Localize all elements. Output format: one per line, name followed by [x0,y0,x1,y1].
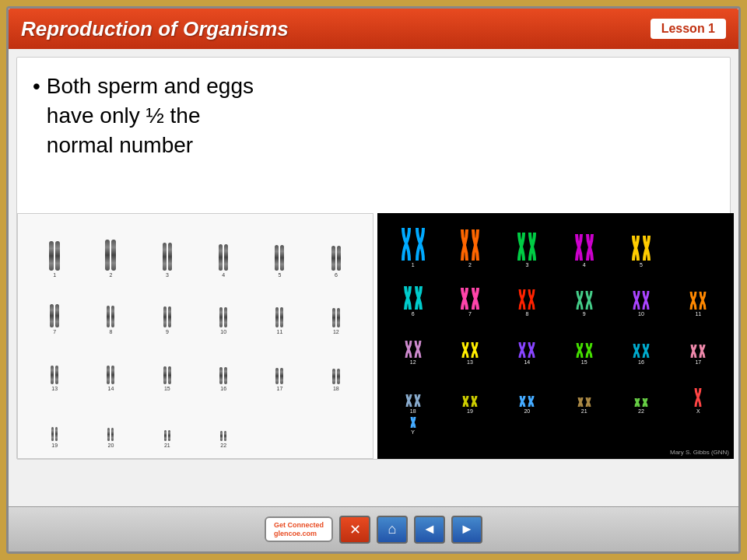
color-chrom-14: 14 [500,320,554,366]
bw-chromosome-grid: 1 2 [22,218,369,454]
chrom-cell-1: 1 [28,224,81,278]
content-area: • Both sperm and eggs have only ½ the no… [9,49,738,506]
color-chrom-2: 2 [443,222,496,268]
chrom-cell-15: 15 [141,338,194,391]
color-chrom-12: 12 [386,320,440,366]
color-chrom-21: 21 [557,368,611,414]
chrom-cell-10: 10 [197,281,250,334]
karyotype-color-image: 1 2 [377,213,734,459]
color-chrom-8: 8 [500,271,554,317]
bottom-toolbar: Get Connected glencoe.com ✕ ⌂ ◄ ► [9,506,738,551]
color-chrom-X: X [672,368,725,414]
home-button[interactable]: ⌂ [377,516,408,544]
color-chrom-22: 22 [614,368,668,414]
page-title: Reproduction of Organisms [21,17,289,41]
color-chrom-1: 1 [386,222,440,268]
chrom-cell-4: 4 [197,224,250,278]
color-chrom-11: 11 [672,271,725,317]
images-row: 1 2 [17,213,730,459]
chrom-cell-17: 17 [253,338,306,391]
color-chrom-13: 13 [443,320,496,366]
bullet-point: • Both sperm and eggs have only ½ the no… [33,72,258,159]
next-button[interactable]: ► [451,516,482,544]
chrom-cell-21: 21 [141,394,194,448]
chrom-cell-3: 3 [141,224,194,278]
color-chrom-6: 6 [386,271,440,317]
chrom-cell-19: 19 [28,394,81,448]
color-chrom-Y: Y [386,417,440,435]
logo-url-text: glencoe.com [274,530,324,538]
slide-area: • Both sperm and eggs have only ½ the no… [16,57,731,460]
color-chrom-17: 17 [672,320,725,366]
bullet-text-content: Both sperm and eggs have only ½ the norm… [47,72,258,159]
lesson-badge: Lesson 1 [651,19,726,39]
chrom-cell-9: 9 [141,281,194,334]
chrom-cell-12: 12 [310,281,363,334]
bullet-dot: • [33,72,40,101]
chrom-cell-2: 2 [84,224,137,278]
karyotype-bw-image: 1 2 [17,213,374,459]
color-chrom-4: 4 [557,222,611,268]
chrom-cell-7: 7 [28,281,81,334]
chrom-cell-11: 11 [253,281,306,334]
main-container: Reproduction of Organisms Lesson 1 • Bot… [6,6,741,554]
color-chrom-9: 9 [557,271,611,317]
chrom-cell-22: 22 [197,394,250,448]
color-chromosome-grid: 1 2 [381,217,730,439]
color-chrom-19: 19 [443,368,496,414]
chrom-cell-16: 16 [197,338,250,391]
color-chrom-16: 16 [614,320,668,366]
color-chrom-5: 5 [614,222,668,268]
color-chrom-18: 18 [386,368,440,414]
color-chrom-3: 3 [500,222,554,268]
chrom-cell-14: 14 [84,338,137,391]
chrom-cell-20: 20 [84,394,137,448]
color-chrom-15: 15 [557,320,611,366]
close-button[interactable]: ✕ [339,516,370,544]
header-bar: Reproduction of Organisms Lesson 1 [9,9,738,49]
color-chrom-20: 20 [500,368,554,414]
color-chrom-7: 7 [443,271,496,317]
chrom-cell-8: 8 [84,281,137,334]
logo-connected-text: Get Connected [274,521,324,530]
chrom-cell-18: 18 [310,338,363,391]
image-credit: Mary S. Gibbs (GNN) [670,449,729,456]
glencoe-logo[interactable]: Get Connected glencoe.com [265,516,333,543]
prev-button[interactable]: ◄ [414,516,445,544]
chrom-cell-6: 6 [310,224,363,278]
chrom-cell-13: 13 [28,338,81,391]
color-chrom-10: 10 [614,271,668,317]
chrom-cell-5: 5 [253,224,306,278]
